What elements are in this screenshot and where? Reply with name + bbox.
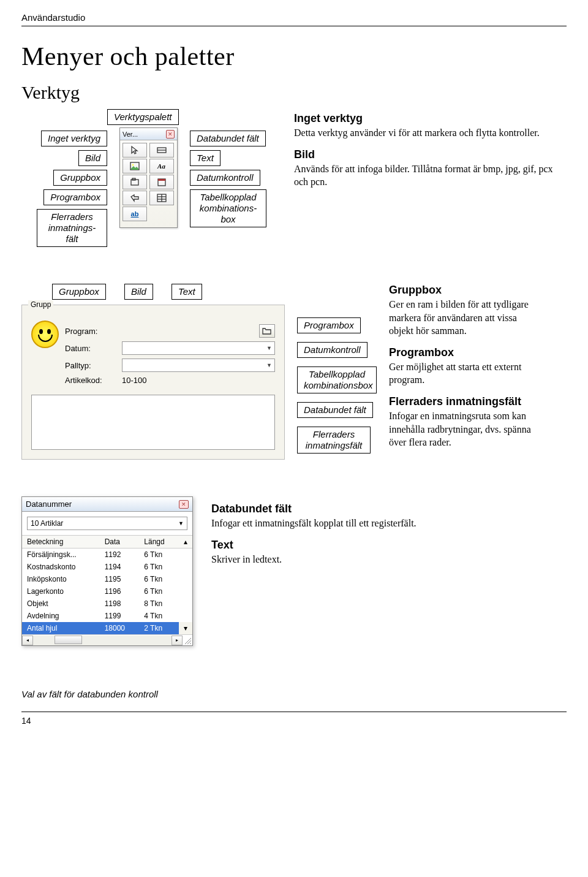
- chevron-down-icon: ▼: [266, 345, 272, 351]
- label-databundet-falt: Databundet fält: [190, 131, 266, 146]
- label-verktygspalett: Verktygspalett: [107, 109, 179, 125]
- heading-bild: Bild: [294, 148, 567, 161]
- tool-date-control[interactable]: [149, 175, 174, 189]
- right-labels: Databundet fält Text Datumkontroll Tabel…: [190, 112, 282, 227]
- table-row[interactable]: Kostnadskonto11946 Tkn: [22, 561, 192, 573]
- rule-bottom: [21, 712, 567, 712]
- close-icon[interactable]: ✕: [179, 500, 189, 509]
- label-artikelkod: Artikelkod:: [65, 376, 117, 385]
- label-programbox-2: Programbox: [297, 317, 361, 333]
- tool-multiline-input[interactable]: ab: [123, 207, 147, 221]
- table-row[interactable]: Lagerkonto11966 Tkn: [22, 585, 192, 598]
- heading-inget-verktyg: Inget verktyg: [294, 112, 567, 125]
- folder-open-icon[interactable]: [259, 324, 275, 338]
- table-row[interactable]: Objekt11988 Tkn: [22, 598, 192, 610]
- tool-databound-field[interactable]: [149, 143, 174, 158]
- close-icon[interactable]: ✕: [166, 130, 175, 139]
- page-title: Menyer och paletter: [21, 42, 567, 71]
- scroll-thumb[interactable]: [55, 636, 82, 644]
- page-number: 14: [21, 716, 567, 726]
- heading-flerraders: Flerraders inmatningsfält: [389, 395, 542, 408]
- description-2: Gruppbox Ger en ram i bilden för att tyd…: [389, 284, 542, 458]
- svg-point-3: [132, 164, 134, 166]
- tool-pointer[interactable]: [123, 143, 147, 158]
- svg-rect-7: [158, 179, 165, 181]
- label-program: Program:: [65, 327, 117, 336]
- datanummer-table: Beteckning Data Längd ▴ Försäljningsk...…: [22, 535, 192, 634]
- breadcrumb: Användarstudio: [21, 12, 567, 23]
- text-bild: Används för att infoga bilder. Tillåtna …: [294, 162, 567, 189]
- label-bild: Bild: [78, 150, 107, 166]
- chevron-down-icon: ▼: [178, 520, 184, 526]
- label-flerraders: Flerraders inmatnings-fält: [37, 209, 107, 247]
- table-row[interactable]: Avdelning11994 Tkn: [22, 610, 192, 622]
- page-subtitle: Verktyg: [21, 82, 567, 103]
- tool-text[interactable]: Aa: [149, 159, 174, 173]
- col-data[interactable]: Data: [100, 536, 140, 549]
- text-inget-verktyg: Detta verktyg använder vi för att marker…: [294, 126, 567, 140]
- datanummer-window: Datanummer ✕ 10 Artiklar ▼ Beteckning Da…: [21, 496, 193, 646]
- label-gruppbox: Gruppbox: [53, 170, 107, 186]
- table-header-row: Beteckning Data Längd ▴: [22, 536, 192, 549]
- datanummer-title: Datanummer: [26, 499, 72, 509]
- group-legend: Grupp: [28, 300, 53, 309]
- label-inget-verktyg: Inget verktyg: [41, 131, 107, 146]
- palette-column: Verktygspalett Ver... ✕ Aa ab: [119, 112, 178, 228]
- table-row[interactable]: Försäljningsk...11926 Tkn: [22, 549, 192, 561]
- heading-programbox: Programbox: [389, 346, 542, 359]
- horizontal-scrollbar[interactable]: ◂ ▸: [22, 634, 192, 645]
- groupbox-wrapper: Gruppbox Bild Text Grupp Program:: [21, 284, 285, 460]
- palette-window-title: Ver...: [123, 131, 138, 138]
- label-bild-2: Bild: [124, 284, 153, 300]
- tool-programbox[interactable]: [123, 191, 147, 205]
- description-3: Databundet fält Infogar ett inmatningsfä…: [211, 496, 567, 574]
- artikelkod-value: 10-100: [122, 376, 146, 385]
- label-text: Text: [190, 150, 221, 166]
- text-flerraders: Infogar en inmatningsruta som kan innehå…: [389, 409, 542, 449]
- scroll-left-button[interactable]: ◂: [22, 636, 33, 645]
- date-field[interactable]: ▼: [122, 341, 275, 355]
- label-flerraders-2: Flerraders inmatningsfält: [297, 427, 371, 454]
- label-palltyp: Palltyp:: [65, 361, 117, 370]
- heading-databundet: Databundet fält: [211, 503, 567, 515]
- section-palette: Inget verktyg Bild Gruppbox Programbox F…: [21, 112, 567, 247]
- label-text-2: Text: [172, 284, 202, 300]
- label-datumkontroll-2: Datumkontroll: [297, 342, 368, 358]
- label-gruppbox-2: Gruppbox: [52, 284, 106, 300]
- datanummer-titlebar[interactable]: Datanummer ✕: [22, 497, 192, 512]
- tool-image[interactable]: [123, 159, 147, 173]
- table-row[interactable]: Inköpskonto11956 Tkn: [22, 573, 192, 585]
- smiley-icon: [31, 321, 59, 348]
- tool-table-combo[interactable]: [149, 191, 174, 205]
- label-programbox: Programbox: [43, 189, 107, 205]
- dropdown-value: 10 Artiklar: [31, 519, 63, 528]
- resize-grip-icon[interactable]: [183, 636, 192, 645]
- scroll-up-button[interactable]: ▴: [179, 536, 192, 549]
- section-datalist: Datanummer ✕ 10 Artiklar ▼ Beteckning Da…: [21, 496, 567, 646]
- text-programbox: Ger möjlighet att starta ett externt pro…: [389, 360, 542, 387]
- table-row-selected[interactable]: Antal hjul180002 Tkn▾: [22, 622, 192, 634]
- palette-titlebar[interactable]: Ver... ✕: [120, 128, 177, 140]
- label-tabellkopplad-2: Tabellkopplad kombinationsbox: [297, 366, 377, 393]
- scroll-track[interactable]: [33, 636, 172, 645]
- palltyp-field[interactable]: ▼: [122, 359, 275, 372]
- tool-groupbox[interactable]: [123, 175, 147, 189]
- rule-top: [21, 26, 567, 26]
- col-beteckning[interactable]: Beteckning: [22, 536, 100, 549]
- label-tabellkopplad: Tabellkopplad kombinations-box: [190, 189, 266, 227]
- multiline-input[interactable]: [31, 395, 275, 450]
- label-databundet-2: Databundet fält: [297, 402, 373, 418]
- mid-labels: Programbox Datumkontroll Tabellkopplad k…: [297, 284, 377, 454]
- col-langd[interactable]: Längd: [139, 536, 179, 549]
- section-groupbox: Gruppbox Bild Text Grupp Program:: [21, 284, 567, 460]
- groupbox-demo: Grupp Program: Datum: ▼: [21, 305, 285, 460]
- text-gruppbox: Ger en ram i bilden för att tydligare ma…: [389, 298, 542, 338]
- datanummer-dropdown[interactable]: 10 Artiklar ▼: [27, 517, 187, 530]
- heading-gruppbox: Gruppbox: [389, 284, 542, 297]
- figure-caption: Val av fält för databunden kontroll: [21, 689, 567, 699]
- scroll-right-button[interactable]: ▸: [172, 636, 183, 645]
- description-1: Inget verktyg Detta verktyg använder vi …: [294, 112, 567, 197]
- left-labels: Inget verktyg Bild Gruppbox Programbox F…: [21, 112, 107, 247]
- heading-text: Text: [211, 539, 567, 552]
- chevron-down-icon: ▼: [266, 362, 272, 368]
